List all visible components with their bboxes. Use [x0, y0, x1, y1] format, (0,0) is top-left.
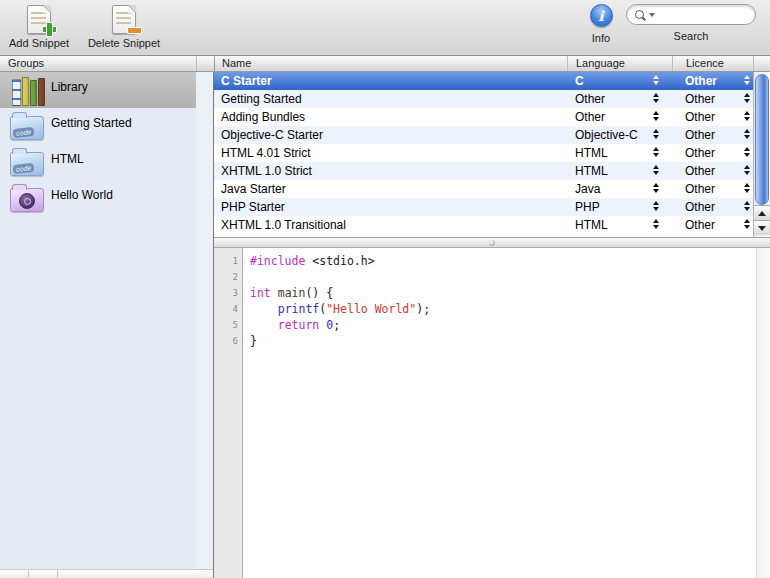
- info-button[interactable]: i Info: [574, 4, 628, 44]
- sidebar-item-label: Library: [48, 72, 88, 94]
- code-line: #include <stdio.h>: [250, 253, 756, 269]
- delete-snippet-label: Delete Snippet: [88, 37, 160, 49]
- name-cell: XHTML 1.0 Strict: [221, 162, 561, 180]
- splitter-handle[interactable]: [214, 237, 770, 248]
- action-menu-button[interactable]: [29, 570, 58, 578]
- licence-stepper[interactable]: [743, 147, 751, 157]
- code-badge: code: [13, 163, 35, 174]
- table-row[interactable]: PHP StarterPHPOther: [214, 198, 770, 216]
- snippets-window: Add Snippet Delete Snippet i Info Search: [0, 0, 770, 578]
- code-line: }: [250, 333, 756, 349]
- line-number: 5: [214, 317, 242, 333]
- table-row[interactable]: C StarterCOther: [214, 72, 770, 90]
- licence-stepper[interactable]: [743, 129, 751, 139]
- line-number: 2: [214, 269, 242, 285]
- sidebar-scrollbar-track[interactable]: [196, 72, 213, 569]
- delete-snippet-button[interactable]: Delete Snippet: [78, 5, 170, 49]
- licence-stepper[interactable]: [743, 201, 751, 211]
- plus-badge-icon: [42, 22, 57, 37]
- code-badge: code: [13, 127, 35, 138]
- code-line: printf("Hello World");: [250, 301, 756, 317]
- scroll-up-button[interactable]: [754, 205, 770, 220]
- search-icon: [635, 10, 644, 19]
- table-row[interactable]: HTML 4.01 StrictHTMLOther: [214, 144, 770, 162]
- groups-column-header[interactable]: Groups: [0, 56, 196, 71]
- name-cell: Java Starter: [221, 180, 561, 198]
- language-cell: HTML: [575, 162, 608, 180]
- line-number: 6: [214, 333, 242, 349]
- licence-cell: Other: [685, 216, 715, 234]
- scrollbar-thumb[interactable]: [755, 74, 769, 205]
- groups-sidebar: LibrarycodeGetting StartedcodeHTMLHello …: [0, 72, 214, 578]
- name-cell: Getting Started: [221, 90, 561, 108]
- table-row[interactable]: XHTML 1.0 StrictHTMLOther: [214, 162, 770, 180]
- sidebar-item-html[interactable]: codeHTML: [0, 144, 196, 180]
- sidebar-item-label: Getting Started: [48, 108, 132, 130]
- licence-stepper[interactable]: [743, 75, 751, 85]
- language-stepper[interactable]: [652, 93, 660, 103]
- table-row[interactable]: Objective-C StarterObjective-COther: [214, 126, 770, 144]
- code-line: return 0;: [250, 317, 756, 333]
- name-column-header[interactable]: Name: [214, 56, 567, 71]
- search-input[interactable]: [655, 9, 745, 21]
- code-area[interactable]: #include <stdio.h>int main() { printf("H…: [244, 248, 756, 578]
- language-stepper[interactable]: [652, 201, 660, 211]
- language-stepper[interactable]: [652, 111, 660, 121]
- licence-stepper[interactable]: [743, 165, 751, 175]
- disc-badge-icon: [19, 193, 35, 209]
- licence-stepper[interactable]: [743, 183, 751, 193]
- sidebar-item-label: HTML: [48, 144, 84, 166]
- licence-stepper[interactable]: [743, 93, 751, 103]
- editor-scrollbar-track[interactable]: [756, 248, 770, 578]
- language-stepper[interactable]: [652, 147, 660, 157]
- name-cell: HTML 4.01 Strict: [221, 144, 561, 162]
- language-cell: HTML: [575, 144, 608, 162]
- licence-stepper[interactable]: [743, 219, 751, 229]
- licence-cell: Other: [685, 144, 715, 162]
- licence-cell: Other: [685, 180, 715, 198]
- sidebar-item-getting-started[interactable]: codeGetting Started: [0, 108, 196, 144]
- licence-cell: Other: [685, 126, 715, 144]
- name-cell: Adding Bundles: [221, 108, 561, 126]
- column-headers: Groups Name Language Licence: [0, 56, 770, 72]
- table-scrollbar-header-cap: [753, 56, 770, 71]
- add-snippet-button[interactable]: Add Snippet: [0, 5, 78, 49]
- code-line: [250, 269, 756, 285]
- search-field[interactable]: [626, 4, 756, 25]
- sidebar-list: LibrarycodeGetting StartedcodeHTMLHello …: [0, 72, 196, 216]
- line-number: 3: [214, 285, 242, 301]
- search-label: Search: [674, 30, 709, 42]
- snippet-table: C StarterCOtherGetting StartedOtherOther…: [214, 72, 770, 237]
- info-label: Info: [592, 32, 610, 44]
- licence-cell: Other: [685, 162, 715, 180]
- licence-column-header[interactable]: Licence: [672, 56, 753, 71]
- licence-stepper[interactable]: [743, 111, 751, 121]
- table-row[interactable]: XHTML 1.0 TransitionalHTMLOther: [214, 216, 770, 234]
- licence-cell: Other: [685, 108, 715, 126]
- line-number-gutter: 123456: [214, 248, 243, 578]
- table-row[interactable]: Getting StartedOtherOther: [214, 90, 770, 108]
- add-group-button[interactable]: [0, 570, 29, 578]
- table-row[interactable]: Java StarterJavaOther: [214, 180, 770, 198]
- language-stepper[interactable]: [652, 183, 660, 193]
- add-snippet-icon: [27, 5, 51, 34]
- language-cell: Java: [575, 180, 600, 198]
- code-folder-icon: code: [10, 116, 44, 140]
- sidebar-item-label: Hello World: [48, 180, 113, 202]
- scroll-down-button[interactable]: [754, 220, 770, 235]
- language-stepper[interactable]: [652, 129, 660, 139]
- line-number: 4: [214, 301, 242, 317]
- language-cell: PHP: [575, 198, 600, 216]
- sidebar-bottom-bar: [0, 569, 213, 578]
- purple-folder-icon: [10, 188, 44, 212]
- language-stepper[interactable]: [652, 219, 660, 229]
- language-column-header[interactable]: Language: [567, 56, 672, 71]
- table-row[interactable]: Adding BundlesOtherOther: [214, 108, 770, 126]
- language-stepper[interactable]: [652, 165, 660, 175]
- name-cell: C Starter: [221, 72, 561, 90]
- sidebar-scrollbar-header-cap: [196, 56, 214, 71]
- language-cell: HTML: [575, 216, 608, 234]
- sidebar-item-hello-world[interactable]: Hello World: [0, 180, 196, 216]
- language-stepper[interactable]: [652, 75, 660, 85]
- sidebar-item-library[interactable]: Library: [0, 72, 196, 108]
